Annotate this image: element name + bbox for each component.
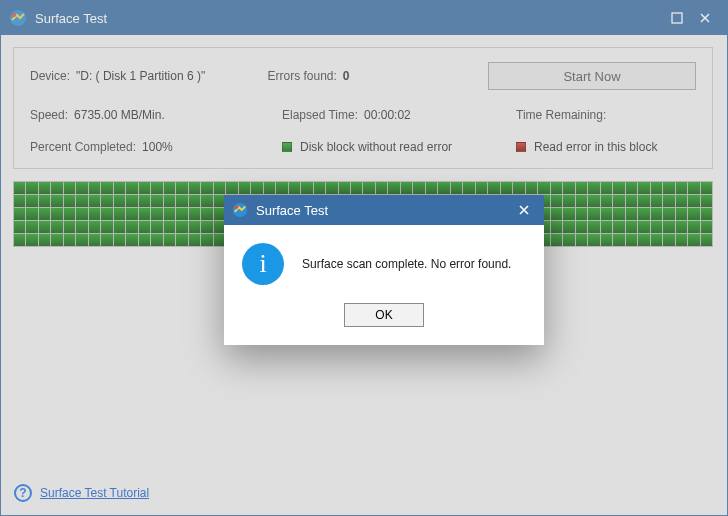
legend-ok-label: Disk block without read error <box>300 140 452 154</box>
disk-block <box>563 234 574 246</box>
disk-block <box>139 234 150 246</box>
disk-block <box>26 208 37 220</box>
svg-point-3 <box>233 203 247 217</box>
disk-block <box>701 221 712 233</box>
disk-block <box>588 208 599 220</box>
disk-block <box>26 221 37 233</box>
maximize-button[interactable] <box>663 5 691 31</box>
legend-ok-swatch-icon <box>282 142 292 152</box>
disk-block <box>189 221 200 233</box>
disk-block <box>189 195 200 207</box>
disk-block <box>164 195 175 207</box>
disk-block <box>638 221 649 233</box>
disk-block <box>139 208 150 220</box>
disk-block <box>651 221 662 233</box>
disk-block <box>526 182 537 194</box>
info-icon: i <box>242 243 284 285</box>
disk-block <box>176 234 187 246</box>
disk-block <box>701 195 712 207</box>
dialog-close-button[interactable] <box>512 199 536 221</box>
disk-block <box>151 195 162 207</box>
disk-block <box>51 221 62 233</box>
disk-block <box>601 221 612 233</box>
elapsed-value: 00:00:02 <box>364 108 411 122</box>
disk-block <box>164 182 175 194</box>
disk-block <box>26 182 37 194</box>
disk-block <box>363 182 374 194</box>
disk-block <box>114 195 125 207</box>
disk-block <box>413 182 424 194</box>
disk-block <box>101 208 112 220</box>
disk-block <box>388 182 399 194</box>
disk-block <box>651 195 662 207</box>
speed-label: Speed: <box>30 108 68 122</box>
disk-block <box>551 234 562 246</box>
disk-block <box>501 182 512 194</box>
disk-block <box>14 182 25 194</box>
disk-block <box>289 182 300 194</box>
disk-block <box>39 182 50 194</box>
disk-block <box>201 208 212 220</box>
disk-block <box>251 182 262 194</box>
disk-block <box>76 208 87 220</box>
disk-block <box>663 195 674 207</box>
disk-block <box>563 195 574 207</box>
disk-block <box>14 221 25 233</box>
device-value: "D: ( Disk 1 Partition 6 )" <box>76 69 205 83</box>
disk-block <box>51 195 62 207</box>
disk-block <box>101 221 112 233</box>
close-button[interactable] <box>691 5 719 31</box>
disk-block <box>151 234 162 246</box>
disk-block <box>638 195 649 207</box>
disk-block <box>114 234 125 246</box>
disk-block <box>114 182 125 194</box>
disk-block <box>214 182 225 194</box>
svg-point-0 <box>10 10 26 26</box>
disk-block <box>201 234 212 246</box>
start-now-button[interactable]: Start Now <box>488 62 696 90</box>
disk-block <box>651 182 662 194</box>
help-icon[interactable]: ? <box>14 484 32 502</box>
device-label: Device: <box>30 69 70 83</box>
disk-block <box>588 221 599 233</box>
disk-block <box>151 182 162 194</box>
disk-block <box>701 234 712 246</box>
disk-block <box>576 234 587 246</box>
disk-block <box>114 221 125 233</box>
disk-block <box>401 182 412 194</box>
disk-block <box>426 182 437 194</box>
disk-block <box>64 182 75 194</box>
disk-block <box>588 182 599 194</box>
disk-block <box>339 182 350 194</box>
disk-block <box>626 195 637 207</box>
disk-block <box>126 182 137 194</box>
disk-block <box>438 182 449 194</box>
dialog-titlebar: Surface Test <box>224 195 544 225</box>
disk-block <box>89 234 100 246</box>
svg-point-1 <box>12 13 16 17</box>
disk-block <box>164 208 175 220</box>
disk-block <box>613 221 624 233</box>
disk-block <box>563 221 574 233</box>
disk-block <box>14 234 25 246</box>
legend-error-label: Read error in this block <box>534 140 657 154</box>
disk-block <box>126 195 137 207</box>
disk-block <box>488 182 499 194</box>
disk-block <box>76 234 87 246</box>
ok-button[interactable]: OK <box>344 303 424 327</box>
disk-block <box>463 182 474 194</box>
tutorial-link[interactable]: Surface Test Tutorial <box>40 486 149 500</box>
completion-dialog: Surface Test i Surface scan complete. No… <box>224 195 544 345</box>
disk-block <box>151 208 162 220</box>
disk-block <box>551 195 562 207</box>
disk-block <box>626 182 637 194</box>
disk-block <box>676 221 687 233</box>
disk-block <box>164 221 175 233</box>
disk-block <box>601 195 612 207</box>
disk-block <box>626 234 637 246</box>
disk-block <box>701 182 712 194</box>
disk-block <box>101 234 112 246</box>
elapsed-label: Elapsed Time: <box>282 108 358 122</box>
disk-block <box>476 182 487 194</box>
disk-block <box>601 182 612 194</box>
